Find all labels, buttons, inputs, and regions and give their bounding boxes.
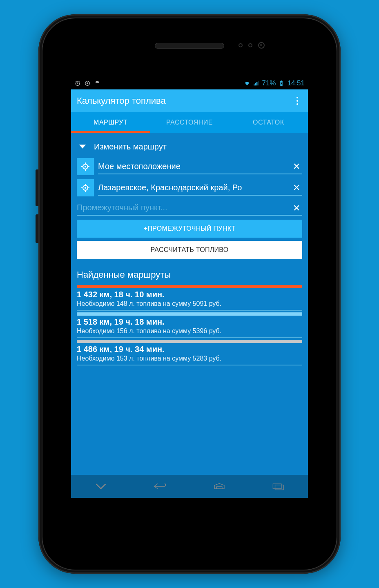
route-detail: Необходимо 148 л. топлива на сумму 5091 … [77, 299, 302, 311]
svg-point-2 [87, 82, 88, 84]
route-detail: Необходимо 156 л. топлива на сумму 5396 … [77, 327, 302, 338]
collapse-label: Изменить маршрут [94, 142, 167, 151]
waypoint-row: ✕ [77, 200, 302, 216]
tab-remaining[interactable]: ОСТАТОК [229, 112, 308, 133]
nav-back-button[interactable] [152, 481, 168, 492]
svg-point-10 [85, 187, 86, 189]
route-summary: 1 518 км, 19 ч. 18 мин. [77, 316, 302, 327]
nav-recent-button[interactable] [270, 481, 287, 492]
svg-rect-12 [275, 485, 283, 490]
origin-row: ✕ [77, 158, 302, 175]
svg-point-8 [85, 166, 86, 167]
system-nav-bar [71, 475, 308, 498]
route-detail: Необходимо 153 л. топлива на сумму 5283 … [77, 354, 302, 365]
destination-row: ✕ [77, 179, 302, 196]
route-color-bar [77, 285, 302, 288]
calculate-fuel-button[interactable]: РАССЧИТАТЬ ТОПЛИВО [77, 241, 302, 259]
clock-time: 14:51 [287, 79, 305, 87]
waypoint-input[interactable] [77, 200, 302, 216]
sync-icon [84, 80, 91, 87]
route-color-bar [77, 340, 302, 343]
locate-origin-button[interactable] [77, 158, 94, 175]
status-bar: 71% 14:51 [71, 77, 308, 89]
route-result[interactable]: 1 486 км, 19 ч. 34 мин. Необходимо 153 л… [77, 340, 302, 365]
wifi-icon [244, 80, 250, 87]
content-area: Изменить маршрут ✕ ✕ [71, 133, 308, 475]
crosshair-icon [80, 183, 90, 193]
svg-rect-6 [281, 80, 282, 81]
tab-route[interactable]: МАРШРУТ [71, 112, 150, 133]
route-summary: 1 432 км, 18 ч. 10 мин. [77, 288, 302, 299]
route-result[interactable]: 1 432 км, 18 ч. 10 мин. Необходимо 148 л… [77, 285, 302, 311]
collapse-route-editor[interactable]: Изменить маршрут [77, 138, 302, 158]
battery-icon [278, 80, 285, 87]
overflow-menu-button[interactable] [292, 96, 302, 106]
locate-destination-button[interactable] [77, 179, 94, 196]
battery-percent: 71% [262, 79, 276, 87]
clear-destination-button[interactable]: ✕ [291, 183, 302, 193]
chevron-down-icon [77, 141, 88, 152]
crosshair-icon [80, 162, 90, 172]
android-icon [94, 80, 100, 87]
route-color-bar [77, 312, 302, 316]
app-bar: Калькулятор топлива [71, 89, 308, 112]
nav-home-button[interactable] [211, 481, 227, 492]
add-waypoint-button[interactable]: +ПРОМЕЖУТОЧНЫЙ ПУНКТ [77, 220, 302, 238]
svg-rect-11 [273, 484, 281, 489]
alarm-icon [74, 80, 81, 87]
clear-origin-button[interactable]: ✕ [291, 161, 302, 172]
signal-icon [253, 80, 259, 87]
origin-input[interactable] [98, 159, 302, 174]
tab-bar: МАРШРУТ РАССТОЯНИЕ ОСТАТОК [71, 112, 308, 133]
route-result[interactable]: 1 518 км, 19 ч. 18 мин. Необходимо 156 л… [77, 312, 302, 338]
tab-distance[interactable]: РАССТОЯНИЕ [150, 112, 229, 133]
route-summary: 1 486 км, 19 ч. 34 мин. [77, 343, 302, 354]
app-title: Калькулятор топлива [77, 96, 166, 106]
destination-input[interactable] [98, 180, 302, 196]
svg-point-4 [98, 82, 98, 82]
clear-waypoint-button[interactable]: ✕ [291, 203, 302, 214]
results-heading: Найденные маршруты [77, 270, 302, 280]
svg-point-3 [96, 82, 96, 82]
nav-menu-button[interactable] [93, 481, 109, 492]
